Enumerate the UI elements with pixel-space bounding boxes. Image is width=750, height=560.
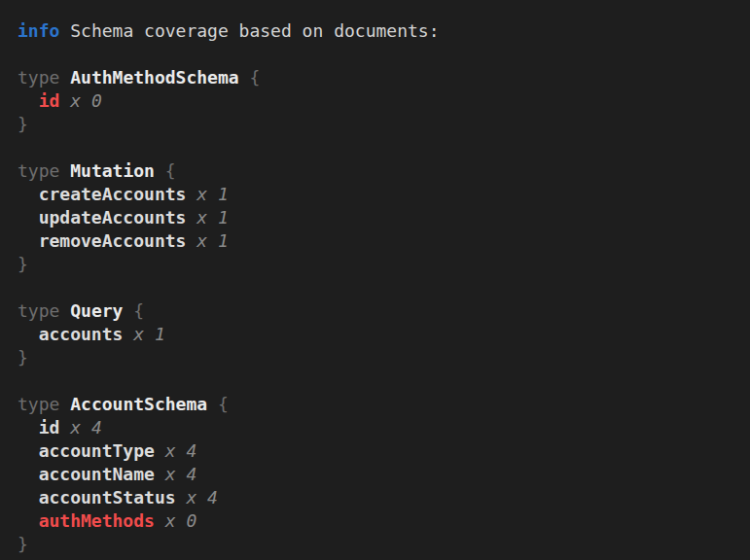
coverage-message: Schema coverage based on documents: xyxy=(70,20,439,41)
field-count: x 4 xyxy=(165,440,197,461)
close-brace: } xyxy=(18,534,28,554)
close-brace: } xyxy=(18,114,28,134)
field-name: removeAccounts xyxy=(39,230,187,251)
field-count: x 4 xyxy=(165,464,197,484)
type-header: type Query { xyxy=(18,299,740,323)
field-line: id x 4 xyxy=(18,416,740,439)
field-name: accountStatus xyxy=(39,487,176,508)
type-keyword: type xyxy=(18,300,59,321)
close-brace-line: } xyxy=(18,346,740,369)
field-line: accountType x 4 xyxy=(18,439,740,463)
field-name: id xyxy=(39,417,60,438)
field-line: accounts x 1 xyxy=(18,323,740,346)
type-block-accountschema: type AccountSchema { id x 4 accountType … xyxy=(18,393,740,556)
type-header: type AccountSchema { xyxy=(18,393,740,416)
open-brace: { xyxy=(218,394,229,414)
field-name: id xyxy=(39,90,60,111)
field-name: createAccounts xyxy=(39,184,187,204)
field-count: x 4 xyxy=(186,487,218,508)
type-name: AccountSchema xyxy=(70,394,207,414)
field-name: accountName xyxy=(39,464,155,484)
close-brace: } xyxy=(18,254,28,274)
close-brace-line: } xyxy=(18,533,740,556)
field-count: x 0 xyxy=(165,510,197,531)
type-name: AuthMethodSchema xyxy=(70,67,238,88)
info-line: info Schema coverage based on documents: xyxy=(18,19,740,43)
field-count: x 1 xyxy=(196,207,229,228)
open-brace: { xyxy=(133,300,144,321)
field-count: x 1 xyxy=(196,230,229,251)
open-brace: { xyxy=(165,160,176,181)
type-block-mutation: type Mutation { createAccounts x 1 updat… xyxy=(18,159,740,276)
field-count: x 4 xyxy=(70,417,102,438)
field-line: removeAccounts x 1 xyxy=(18,229,740,253)
field-count: x 0 xyxy=(70,90,102,111)
type-block-query: type Query { accounts x 1 } xyxy=(18,299,740,369)
close-brace: } xyxy=(18,347,28,368)
type-block-authmethodschema: type AuthMethodSchema { id x 0 } xyxy=(18,66,740,136)
field-count: x 1 xyxy=(133,324,165,344)
type-keyword: type xyxy=(18,394,59,414)
field-line: accountName x 4 xyxy=(18,463,740,486)
type-name: Query xyxy=(70,300,123,321)
field-name: accountType xyxy=(39,440,155,461)
info-badge: info xyxy=(18,20,59,41)
field-name: authMethods xyxy=(39,510,155,531)
type-header: type Mutation { xyxy=(18,159,740,183)
close-brace-line: } xyxy=(18,253,740,276)
field-line: createAccounts x 1 xyxy=(18,183,740,206)
field-count: x 1 xyxy=(196,184,229,204)
open-brace: { xyxy=(249,67,260,88)
type-keyword: type xyxy=(18,160,59,181)
field-line: id x 0 xyxy=(18,89,740,113)
field-line: updateAccounts x 1 xyxy=(18,206,740,229)
type-keyword: type xyxy=(18,67,59,88)
terminal-output: info Schema coverage based on documents:… xyxy=(18,19,740,556)
field-name: updateAccounts xyxy=(39,207,187,228)
field-name: accounts xyxy=(39,324,124,344)
type-header: type AuthMethodSchema { xyxy=(18,66,740,89)
close-brace-line: } xyxy=(18,113,740,136)
field-line: accountStatus x 4 xyxy=(18,486,740,509)
type-name: Mutation xyxy=(70,160,155,181)
field-line: authMethods x 0 xyxy=(18,509,740,533)
